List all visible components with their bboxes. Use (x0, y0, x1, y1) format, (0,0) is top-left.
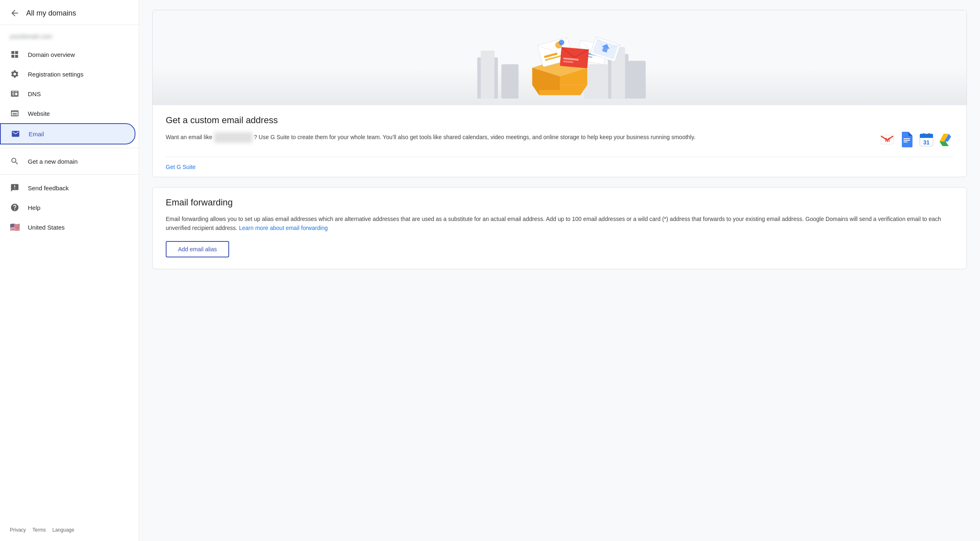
sidebar-footer: Privacy Terms Language (0, 519, 139, 541)
svg-rect-1 (480, 50, 494, 99)
svg-rect-6 (583, 64, 608, 99)
gsuite-icons-group: M (880, 132, 953, 147)
sidebar-item-get-new-domain[interactable]: Get a new domain (0, 151, 135, 171)
email-illustration (474, 23, 646, 105)
footer-links: Privacy Terms Language (0, 522, 139, 538)
help-icon (10, 203, 20, 212)
sidebar-item-domain-overview-label: Domain overview (28, 51, 75, 58)
sidebar-header: All my domains (0, 0, 139, 25)
get-gsuite-button[interactable]: Get G Suite (166, 164, 196, 170)
footer-language-link[interactable]: Language (52, 527, 74, 533)
svg-rect-37 (903, 142, 908, 142)
sidebar-item-dns[interactable]: DNS (0, 84, 135, 104)
sidebar: All my domains yourdomain.com Domain ove… (0, 0, 139, 541)
email-icon (11, 129, 20, 139)
custom-email-card: Get a custom email address Want an email… (152, 10, 967, 177)
sidebar-item-domain-overview[interactable]: Domain overview (0, 45, 135, 64)
forwarding-card-body: Email forwarding Email forwarding allows… (153, 187, 966, 269)
sidebar-item-website[interactable]: Website (0, 104, 135, 123)
get-gsuite-action: Get G Suite (153, 157, 966, 177)
sidebar-item-registration-settings-label: Registration settings (28, 71, 83, 78)
search-icon (10, 156, 20, 166)
custom-email-title: Get a custom email address (166, 115, 953, 126)
svg-text:31: 31 (923, 139, 930, 146)
back-label: All my domains (26, 9, 76, 18)
svg-text:M: M (885, 137, 890, 143)
main-content: Get a custom email address Want an email… (139, 0, 980, 541)
dns-icon (10, 89, 20, 99)
custom-email-description: Want an email like ? Use G Suite to crea… (166, 132, 953, 147)
divider-mid (0, 148, 139, 148)
sidebar-item-help[interactable]: Help (0, 198, 135, 217)
gmail-icon: M (880, 132, 894, 147)
blurred-email-address (214, 132, 252, 143)
svg-rect-36 (903, 140, 910, 141)
grid-icon (10, 50, 20, 59)
divider-top (0, 25, 139, 25)
svg-rect-5 (629, 61, 646, 99)
main-nav: Domain overview Registration settings DN… (0, 45, 139, 144)
sidebar-item-send-feedback[interactable]: Send feedback (0, 178, 135, 198)
forwarding-title: Email forwarding (166, 197, 953, 208)
footer-terms-link[interactable]: Terms (32, 527, 46, 533)
svg-rect-2 (501, 64, 518, 99)
divider-lower (0, 174, 139, 175)
learn-more-link[interactable]: Learn more about email forwarding (239, 225, 328, 231)
add-email-alias-button[interactable]: Add email alias (166, 241, 229, 257)
website-icon (10, 108, 20, 118)
sidebar-item-united-states-label: United States (28, 224, 65, 231)
svg-rect-40 (920, 136, 933, 138)
back-button[interactable] (10, 8, 20, 18)
sidebar-item-united-states[interactable]: 🇺🇸 United States (0, 217, 135, 237)
forwarding-description: Email forwarding allows you to set up al… (166, 214, 953, 233)
sidebar-item-get-new-domain-label: Get a new domain (28, 158, 78, 165)
custom-email-description-text: Want an email like ? Use G Suite to crea… (166, 132, 870, 143)
settings-icon (10, 69, 20, 79)
footer-privacy-link[interactable]: Privacy (10, 527, 26, 533)
domain-name: yourdomain.com (0, 28, 139, 45)
sidebar-item-help-label: Help (28, 204, 41, 211)
flag-icon: 🇺🇸 (10, 222, 20, 232)
description-part1: Want an email like (166, 134, 212, 140)
svg-rect-35 (903, 138, 910, 139)
sidebar-item-send-feedback-label: Send feedback (28, 185, 69, 192)
sidebar-item-registration-settings[interactable]: Registration settings (0, 64, 135, 84)
sidebar-item-dns-label: DNS (28, 90, 41, 97)
feedback-icon (10, 183, 20, 193)
custom-email-card-body: Get a custom email address Want an email… (153, 105, 966, 157)
drive-icon (939, 132, 953, 147)
illustration-area (153, 10, 966, 105)
svg-rect-42 (923, 133, 924, 136)
sidebar-item-website-label: Website (28, 110, 50, 117)
calendar-icon: 31 (919, 132, 934, 147)
sidebar-item-email[interactable]: Email (0, 123, 135, 144)
email-forwarding-card: Email forwarding Email forwarding allows… (152, 187, 967, 269)
sidebar-item-email-label: Email (29, 131, 44, 138)
description-part2: ? Use G Suite to create them for your wh… (254, 134, 695, 140)
svg-rect-43 (928, 133, 930, 136)
docs-icon (899, 132, 914, 147)
